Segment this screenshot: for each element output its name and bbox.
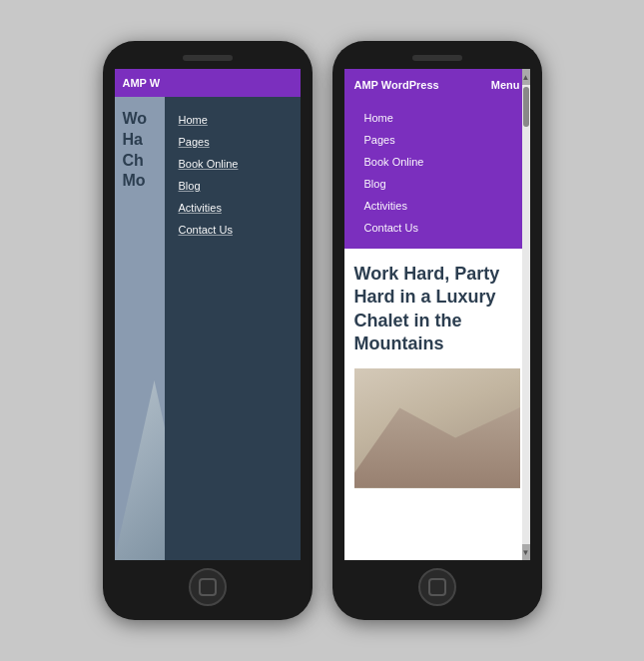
screen1-line4: Mo xyxy=(123,171,148,192)
scrollbar-down-button[interactable]: ▼ xyxy=(522,544,530,560)
screen1-site-title: AMP W xyxy=(123,77,161,89)
phone-2: ▲ ▼ AMP WordPress Menu Home Pages Book O… xyxy=(332,41,542,620)
scrollbar-up-button[interactable]: ▲ xyxy=(522,69,530,85)
screen2-body: Work Hard, Party Hard in a Luxury Chalet… xyxy=(344,249,530,498)
menu-item-book-online[interactable]: Book Online xyxy=(165,153,301,175)
screen1-line1: Wo xyxy=(123,109,148,130)
phones-container: AMP W Wo Ha Ch Mo Home Pages Book Online… xyxy=(103,41,542,620)
screen1-header: AMP W xyxy=(115,69,301,97)
phone-1-home-button[interactable] xyxy=(189,568,227,606)
screen2-nav-pages[interactable]: Pages xyxy=(344,129,530,151)
menu-item-pages[interactable]: Pages xyxy=(165,131,301,153)
screen2-nav: Home Pages Book Online Blog Activities C… xyxy=(344,101,530,249)
menu-item-home[interactable]: Home xyxy=(165,109,301,131)
phone-1-home-button-inner xyxy=(199,578,217,596)
phone-1-screen: AMP W Wo Ha Ch Mo Home Pages Book Online… xyxy=(115,69,301,560)
phone-2-home-button[interactable] xyxy=(418,568,456,606)
screen2-nav-contact-us[interactable]: Contact Us xyxy=(344,217,530,239)
screen2: ▲ ▼ AMP WordPress Menu Home Pages Book O… xyxy=(344,69,530,560)
screen2-mountain-image xyxy=(354,368,520,488)
menu-item-activities[interactable]: Activities xyxy=(165,197,301,219)
screen2-header: AMP WordPress Menu xyxy=(344,69,530,101)
screen2-nav-activities[interactable]: Activities xyxy=(344,195,530,217)
phone-2-speaker xyxy=(412,55,462,61)
scrollbar-thumb[interactable] xyxy=(523,87,529,127)
screen2-nav-book-online[interactable]: Book Online xyxy=(344,151,530,173)
menu-item-contact-us[interactable]: Contact Us xyxy=(165,219,301,241)
screen1-line3: Ch xyxy=(123,151,148,172)
menu-item-blog[interactable]: Blog xyxy=(165,175,301,197)
screen2-mountain-shape xyxy=(354,388,520,488)
screen2-site-title: AMP WordPress xyxy=(354,79,439,91)
screen2-nav-blog[interactable]: Blog xyxy=(344,173,530,195)
phone-2-screen: ▲ ▼ AMP WordPress Menu Home Pages Book O… xyxy=(344,69,530,560)
screen1: AMP W Wo Ha Ch Mo Home Pages Book Online… xyxy=(115,69,301,560)
phone-1-speaker xyxy=(183,55,233,61)
screen2-nav-home[interactable]: Home xyxy=(344,107,530,129)
screen1-content: Wo Ha Ch Mo xyxy=(123,109,148,192)
screen2-menu-button[interactable]: Menu xyxy=(491,79,520,91)
screen2-page-title: Work Hard, Party Hard in a Luxury Chalet… xyxy=(354,263,520,356)
phone-1: AMP W Wo Ha Ch Mo Home Pages Book Online… xyxy=(103,41,313,620)
screen1-line2: Ha xyxy=(123,130,148,151)
scrollbar[interactable]: ▲ ▼ xyxy=(522,69,530,560)
screen1-nav-menu[interactable]: Home Pages Book Online Blog Activities C… xyxy=(165,97,301,560)
phone-2-home-button-inner xyxy=(428,578,446,596)
